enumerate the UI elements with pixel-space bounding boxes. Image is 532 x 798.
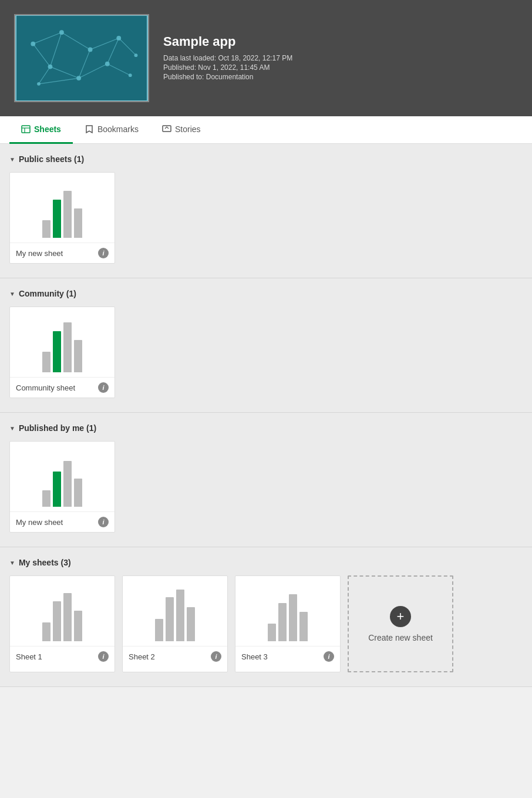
info-icon-my-new-sheet-published[interactable]: i: [98, 517, 109, 527]
section-published-by-me: ▼ Published by me (1)My new sheeti: [0, 413, 532, 547]
bar-sheet-3-3: [299, 612, 308, 641]
svg-point-18: [134, 53, 138, 57]
tab-bookmarks[interactable]: Bookmarks: [73, 116, 150, 144]
bar-chart-community-sheet: [42, 325, 82, 372]
info-icon-my-new-sheet-public[interactable]: i: [98, 248, 109, 258]
sheet-thumbnail-sheet-3: [235, 576, 340, 647]
sheet-label-sheet-1: Sheet 1i: [10, 647, 115, 666]
sheet-card-community-sheet[interactable]: Community sheeti: [9, 307, 115, 398]
bar-my-new-sheet-public-2: [63, 191, 72, 238]
app-thumbnail: [14, 14, 149, 102]
bar-my-new-sheet-public-3: [74, 208, 82, 238]
bar-sheet-2-0: [155, 619, 163, 641]
section-community: ▼ Community (1)Community sheeti: [0, 278, 532, 413]
sheet-card-sheet-1[interactable]: Sheet 1i: [9, 575, 115, 672]
section-header-published-by-me[interactable]: ▼ Published by me (1): [9, 413, 523, 441]
tab-sheets[interactable]: Sheets: [9, 116, 73, 144]
svg-rect-25: [22, 126, 30, 133]
bar-my-new-sheet-published-0: [42, 490, 50, 507]
tab-stories[interactable]: Stories: [150, 116, 213, 144]
sheet-name-my-new-sheet-published: My new sheet: [16, 518, 63, 527]
info-icon-sheet-1[interactable]: i: [98, 651, 109, 662]
bar-sheet-3-0: [268, 624, 276, 641]
tabs-bar: Sheets Bookmarks Stories: [0, 116, 532, 144]
svg-point-14: [31, 42, 35, 46]
svg-point-17: [116, 36, 121, 41]
svg-point-16: [88, 48, 93, 52]
bar-my-new-sheet-published-2: [63, 461, 72, 507]
bar-community-sheet-3: [74, 340, 82, 372]
sheet-thumbnail-community-sheet: [10, 307, 115, 378]
sheet-label-community-sheet: Community sheeti: [10, 378, 115, 398]
bar-chart-sheet-3: [268, 594, 308, 641]
bar-sheet-1-1: [53, 601, 61, 641]
sheet-label-my-new-sheet-public: My new sheeti: [10, 243, 115, 263]
bar-chart-my-new-sheet-published: [42, 460, 82, 507]
app-header: Sample app Data last loaded: Oct 18, 202…: [0, 0, 532, 116]
svg-point-19: [48, 65, 53, 69]
meta-data-loaded: Data last loaded: Oct 18, 2022, 12:17 PM: [163, 54, 292, 62]
meta-published-to: Published to: Documentation: [163, 73, 292, 81]
bar-sheet-3-2: [289, 594, 297, 641]
sheets-icon: [21, 124, 31, 134]
sheet-card-sheet-2[interactable]: Sheet 2i: [122, 575, 228, 672]
main-content: ▼ Public sheets (1)My new sheeti▼ Commun…: [0, 144, 532, 687]
chevron-icon: ▼: [9, 291, 15, 297]
section-label-public-sheets: Public sheets (1): [19, 154, 84, 164]
info-icon-community-sheet[interactable]: i: [98, 382, 109, 393]
section-my-sheets: ▼ My sheets (3)Sheet 1iSheet 2iSheet 3i+…: [0, 547, 532, 687]
bar-my-new-sheet-public-0: [42, 220, 50, 238]
bar-my-new-sheet-public-1: [53, 200, 61, 238]
create-new-sheet-button[interactable]: +Create new sheet: [348, 575, 453, 672]
sheet-card-my-new-sheet-published[interactable]: My new sheeti: [9, 441, 115, 533]
section-label-my-sheets: My sheets (3): [19, 558, 71, 567]
section-public-sheets: ▼ Public sheets (1)My new sheeti: [0, 144, 532, 278]
svg-point-20: [76, 76, 81, 80]
info-icon-sheet-2[interactable]: i: [211, 651, 221, 662]
svg-point-23: [37, 82, 41, 86]
bar-sheet-3-1: [278, 603, 287, 641]
info-icon-sheet-3[interactable]: i: [324, 651, 334, 662]
sheets-grid-my-sheets: Sheet 1iSheet 2iSheet 3i+Create new shee…: [9, 575, 523, 672]
svg-rect-0: [16, 15, 147, 101]
meta-published: Published: Nov 1, 2022, 11:45 AM: [163, 63, 292, 72]
bar-chart-sheet-2: [155, 594, 195, 641]
sheet-thumbnail-my-new-sheet-public: [10, 173, 115, 243]
bar-community-sheet-1: [53, 331, 61, 372]
sheet-name-sheet-3: Sheet 3: [241, 652, 268, 661]
sheet-card-my-new-sheet-public[interactable]: My new sheeti: [9, 172, 115, 264]
bar-community-sheet-0: [42, 352, 50, 372]
sheet-name-my-new-sheet-public: My new sheet: [16, 249, 63, 258]
chevron-icon: ▼: [9, 156, 15, 163]
bar-sheet-2-2: [176, 590, 184, 641]
sheet-label-sheet-2: Sheet 2i: [123, 647, 227, 666]
bar-sheet-1-2: [63, 593, 72, 641]
create-new-sheet-label: Create new sheet: [368, 633, 433, 642]
section-header-public-sheets[interactable]: ▼ Public sheets (1): [9, 144, 523, 172]
svg-point-15: [59, 30, 64, 35]
sheet-label-my-new-sheet-published: My new sheeti: [10, 512, 115, 532]
sheet-name-sheet-2: Sheet 2: [129, 652, 155, 661]
sheet-thumbnail-sheet-1: [10, 576, 115, 647]
section-label-community: Community (1): [19, 289, 76, 298]
bar-my-new-sheet-published-3: [74, 479, 82, 507]
app-title: Sample app: [163, 34, 292, 49]
section-header-community[interactable]: ▼ Community (1): [9, 278, 523, 307]
bar-chart-my-new-sheet-public: [42, 191, 82, 238]
plus-icon: +: [390, 606, 411, 627]
app-meta: Sample app Data last loaded: Oct 18, 202…: [163, 34, 292, 82]
sheet-card-sheet-3[interactable]: Sheet 3i: [235, 575, 341, 672]
bar-my-new-sheet-published-1: [53, 472, 61, 507]
bar-sheet-2-1: [166, 597, 174, 641]
sheet-thumbnail-my-new-sheet-published: [10, 442, 115, 512]
sheet-thumbnail-sheet-2: [123, 576, 227, 647]
bar-community-sheet-2: [63, 322, 72, 372]
section-label-published-by-me: Published by me (1): [19, 423, 96, 433]
tab-sheets-label: Sheets: [34, 124, 61, 134]
sheet-name-sheet-1: Sheet 1: [16, 652, 42, 661]
section-header-my-sheets[interactable]: ▼ My sheets (3): [9, 547, 523, 575]
sheets-grid-community: Community sheeti: [9, 307, 523, 398]
chevron-icon: ▼: [9, 425, 15, 432]
sheets-grid-public-sheets: My new sheeti: [9, 172, 523, 264]
svg-point-22: [129, 73, 132, 77]
